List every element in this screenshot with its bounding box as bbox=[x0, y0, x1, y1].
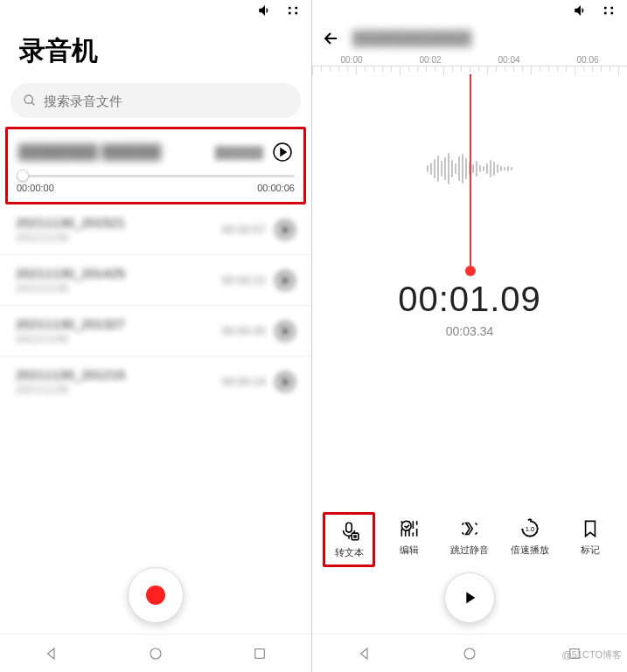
nav-home-icon[interactable] bbox=[148, 646, 164, 662]
more-icon bbox=[601, 3, 617, 18]
skip-silence-icon bbox=[458, 517, 481, 540]
list-item[interactable]: 20211130_201425 2021/11/30 00:00:22 bbox=[0, 255, 311, 306]
total-time-display: 00:03.34 bbox=[312, 324, 627, 338]
status-bar bbox=[312, 0, 627, 21]
page-title: 录音机 bbox=[19, 33, 292, 69]
recording-date: 2021/11/30 bbox=[16, 333, 125, 345]
recording-date: 2021/11/30 bbox=[16, 282, 125, 294]
list-item[interactable]: 20211130_201521 2021/11/30 00:00:57 bbox=[0, 204, 311, 255]
svg-point-16 bbox=[610, 12, 613, 15]
tool-skip-silence[interactable]: 跳过静音 bbox=[443, 512, 496, 567]
recording-name: 20211130_201327 bbox=[16, 316, 125, 331]
timeline-ruler bbox=[312, 66, 627, 74]
speed-icon: 1.0 bbox=[519, 517, 541, 540]
selected-recording-info: ██████ bbox=[215, 146, 263, 159]
transcribe-icon bbox=[338, 520, 360, 543]
svg-point-11 bbox=[150, 648, 161, 659]
tool-speed[interactable]: 1.0 倍速播放 bbox=[504, 512, 556, 567]
svg-point-15 bbox=[604, 12, 607, 15]
title-row: 录音机 bbox=[0, 21, 311, 83]
tool-edit[interactable]: 编辑 bbox=[383, 512, 435, 567]
more-icon bbox=[285, 3, 301, 18]
recorder-list-screen: 录音机 ████████ ██████ ██████ 00:00:00 00:0… bbox=[0, 0, 312, 672]
playhead-indicator[interactable] bbox=[470, 74, 471, 271]
back-arrow-icon[interactable] bbox=[321, 28, 342, 49]
svg-rect-17 bbox=[346, 523, 352, 532]
selected-recording-name: ████████ ██████ bbox=[18, 144, 161, 160]
svg-point-3 bbox=[295, 12, 297, 15]
recording-list: 20211130_201521 2021/11/30 00:00:57 2021… bbox=[0, 204, 311, 406]
svg-point-0 bbox=[289, 7, 291, 10]
play-circle-icon[interactable] bbox=[275, 219, 296, 240]
play-circle-icon[interactable] bbox=[272, 142, 293, 163]
android-navbar bbox=[0, 634, 311, 672]
toolbar: 转文本 编辑 跳过静音 1.0 倍速播放 标记 bbox=[312, 512, 627, 567]
record-button[interactable] bbox=[128, 567, 184, 623]
status-bar bbox=[0, 0, 311, 21]
search-input[interactable] bbox=[44, 94, 289, 108]
list-item[interactable]: 20211130_201327 2021/11/30 00:00:30 bbox=[0, 306, 311, 357]
recording-duration: 00:00:24 bbox=[221, 375, 266, 388]
svg-point-4 bbox=[24, 95, 32, 103]
play-button[interactable] bbox=[444, 572, 495, 623]
nav-home-icon[interactable] bbox=[462, 646, 477, 662]
search-box[interactable] bbox=[10, 83, 301, 118]
svg-point-2 bbox=[289, 12, 291, 15]
tool-label: 编辑 bbox=[400, 544, 419, 557]
play-circle-icon[interactable] bbox=[275, 270, 296, 291]
bookmark-icon bbox=[579, 517, 602, 540]
tool-label: 转文本 bbox=[335, 546, 364, 559]
nav-back-icon[interactable] bbox=[44, 646, 59, 662]
svg-rect-12 bbox=[254, 648, 264, 658]
waveform-area[interactable] bbox=[312, 74, 627, 262]
play-icon bbox=[460, 588, 479, 607]
recording-name: 20211130_201425 bbox=[16, 266, 125, 281]
recording-duration: 00:00:30 bbox=[221, 324, 266, 337]
time-labels: 00:00:00 00:00:06 bbox=[8, 179, 303, 202]
tool-bookmark[interactable]: 标记 bbox=[564, 512, 617, 567]
svg-point-13 bbox=[604, 7, 607, 10]
recording-date: 2021/11/30 bbox=[16, 232, 125, 244]
playback-title: ████████████ bbox=[352, 31, 618, 46]
start-time: 00:00:00 bbox=[17, 183, 54, 193]
list-item[interactable]: 20211130_201215 2021/11/30 00:00:24 bbox=[0, 357, 311, 406]
playback-slider[interactable] bbox=[8, 168, 303, 179]
volume-icon bbox=[573, 3, 589, 18]
selected-recording-card[interactable]: ████████ ██████ ██████ 00:00:00 00:00:06 bbox=[5, 127, 306, 204]
tool-label: 跳过静音 bbox=[450, 544, 489, 557]
svg-point-21 bbox=[464, 648, 475, 659]
search-icon bbox=[23, 94, 37, 107]
current-time-display: 00:01.09 bbox=[312, 280, 627, 319]
svg-point-19 bbox=[402, 521, 412, 530]
play-circle-icon[interactable] bbox=[275, 321, 296, 342]
recording-name: 20211130_201521 bbox=[16, 215, 125, 230]
nav-back-icon[interactable] bbox=[357, 646, 373, 662]
tool-label: 倍速播放 bbox=[511, 544, 549, 557]
svg-line-5 bbox=[31, 102, 34, 105]
record-dot-icon bbox=[146, 585, 165, 605]
playback-header: ████████████ bbox=[312, 21, 627, 52]
watermark: @51CTO博客 bbox=[562, 648, 622, 662]
end-time: 00:00:06 bbox=[257, 183, 295, 193]
tool-label: 标记 bbox=[581, 544, 600, 557]
edit-icon bbox=[398, 517, 421, 540]
svg-text:1.0: 1.0 bbox=[526, 525, 535, 533]
recording-date: 2021/11/30 bbox=[16, 384, 125, 396]
svg-point-1 bbox=[295, 7, 297, 10]
timeline-tick-labels: 00:00 00:02 00:04 00:06 bbox=[312, 52, 627, 65]
playback-screen: ████████████ 00:00 00:02 00:04 00:06 00:… bbox=[312, 0, 627, 672]
recording-name: 20211130_201215 bbox=[16, 367, 125, 382]
play-circle-icon[interactable] bbox=[275, 371, 296, 392]
svg-point-14 bbox=[610, 7, 613, 10]
tool-transcribe[interactable]: 转文本 bbox=[323, 512, 375, 567]
nav-recent-icon[interactable] bbox=[252, 646, 268, 662]
recording-duration: 00:00:57 bbox=[221, 223, 266, 236]
recording-duration: 00:00:22 bbox=[221, 274, 266, 287]
volume-icon bbox=[257, 3, 273, 18]
